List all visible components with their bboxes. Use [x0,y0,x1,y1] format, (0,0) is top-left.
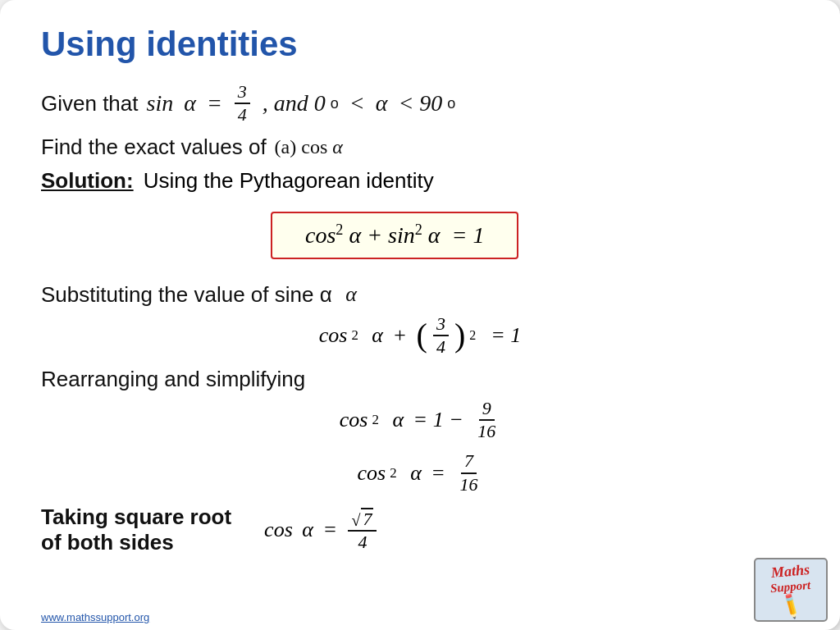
sin-equation: sin α = 3 4 , and 0o < α < 90o [147,82,456,125]
rearranging-text: Rearranging and simplifying [41,367,305,392]
find-part: (a) cos α [275,136,343,158]
step1-equation: cos2 α = 1 − 9 16 [41,399,799,441]
taking-root-text: Taking square root of both sides [41,504,231,555]
solution-label: Solution: [41,168,134,194]
pencil-icon: ✏️ [776,591,806,621]
find-text: Find the exact values of [41,135,267,160]
given-line: Given that sin α = 3 4 , and 0o < α < 90… [41,82,799,125]
solution-text: Using the Pythagorean identity [144,168,434,194]
find-line: Find the exact values of (a) cos α [41,135,799,160]
taking-root-line1: Taking square root [41,504,231,530]
logo: Maths Support ✏️ [754,558,828,622]
step2-equation: cos2 α = 7 16 [41,451,799,494]
final-row: Taking square root of both sides cos α =… [41,504,799,555]
taking-root-line2: of both sides [41,530,231,555]
final-equation: cos α = √7 4 [264,508,378,552]
sub-equation: cos2 α + ( 3 4 ) 2 = 1 [41,314,799,357]
identity-container: cos2 α + sin2 α = 1 [41,205,799,270]
substituting-line: Substituting the value of sine α α [41,282,799,308]
substituting-alpha: α [340,282,357,307]
substituting-text: Substituting the value of sine α [41,282,332,308]
identity-box: cos2 α + sin2 α = 1 [271,212,518,258]
page-title: Using identities [41,25,799,64]
solution-line: Solution: Using the Pythagorean identity [41,168,799,194]
rearranging-line: Rearranging and simplifying [41,367,799,392]
slide: Using identities Given that sin α = 3 4 … [0,0,840,630]
given-that-label: Given that [41,91,139,116]
watermark: www.mathssupport.org [41,611,149,623]
